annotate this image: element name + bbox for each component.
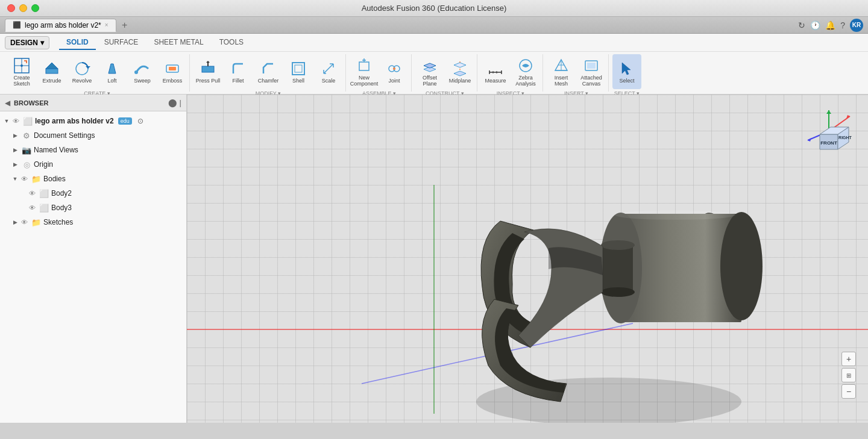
gear-icon: ⚙ — [21, 131, 32, 140]
svg-rect-15 — [292, 63, 304, 75]
eye-icon[interactable]: 👁 — [13, 117, 19, 125]
close-button[interactable] — [7, 4, 15, 12]
bell-icon[interactable]: 🔔 — [825, 20, 835, 30]
create-sketch-button[interactable]: CreateSketch — [7, 54, 36, 89]
insert-mesh-button[interactable]: InsertMesh — [547, 54, 576, 89]
chevron-down-icon-2: ▼ — [11, 175, 19, 183]
scale-button[interactable]: Scale — [314, 54, 343, 89]
revolve-button[interactable]: Revolve — [68, 54, 96, 89]
expand-browser-icon[interactable]: | — [180, 98, 181, 107]
eye-icon-body2[interactable]: 👁 — [29, 190, 36, 197]
zoom-fit-button[interactable]: ⊞ — [841, 368, 856, 382]
attached-canvas-button[interactable]: AttachedCanvas — [577, 54, 606, 89]
toolbar: DESIGN ▾ SOLID SURFACE SHEET METAL TOOLS… — [0, 34, 868, 95]
tree-item-bodies[interactable]: ▼ 👁 📁 Bodies — [0, 172, 186, 186]
sync-icon[interactable]: ↻ — [798, 20, 805, 30]
eye-icon-bodies[interactable]: 👁 — [21, 175, 28, 182]
chamfer-button[interactable]: Chamfer — [254, 54, 283, 89]
eye-icon-sketches[interactable]: 👁 — [21, 219, 28, 226]
new-component-button[interactable]: NewComponent — [350, 54, 379, 89]
tree-item-sketches[interactable]: ▶ 👁 📁 Sketches — [0, 215, 186, 229]
active-tab[interactable]: ⬛ lego arm abs holder v2* × — [5, 19, 116, 32]
tab-solid[interactable]: SOLID — [59, 36, 96, 50]
minimize-button[interactable] — [19, 4, 27, 12]
shell-label: Shell — [292, 78, 304, 84]
svg-marker-7 — [86, 66, 90, 69]
svg-marker-27 — [454, 63, 466, 67]
browser-panel: ◀ BROWSER ⬤ | ▼ 👁 ⬜ lego arm abs holder … — [0, 95, 187, 423]
svg-text:FRONT: FRONT — [820, 140, 837, 146]
collapse-icon[interactable]: ◀ — [5, 99, 10, 107]
svg-rect-16 — [295, 65, 302, 72]
title-bar: Autodesk Fusion 360 (Education License) — [0, 0, 868, 17]
chevron-right-icon: ▶ — [11, 131, 19, 140]
help-icon[interactable]: ? — [840, 20, 845, 30]
root-label: lego arm abs holder v2 — [35, 117, 114, 125]
extrude-button[interactable]: Extrude — [37, 54, 66, 89]
svg-point-9 — [134, 70, 138, 74]
midplane-button[interactable]: Midplane — [445, 54, 474, 89]
shell-button[interactable]: Shell — [284, 54, 313, 89]
insert-mesh-label: InsertMesh — [555, 75, 568, 87]
browser-tree: ▼ 👁 ⬜ lego arm abs holder v2 edu ⊙ ▶ ⚙ D… — [0, 111, 186, 423]
eye-icon-body3[interactable]: 👁 — [29, 204, 36, 211]
create-sketch-label: CreateSketch — [13, 75, 30, 87]
zoom-out-button[interactable]: − — [841, 384, 856, 399]
select-button[interactable]: Select — [612, 54, 641, 89]
tree-item-origin[interactable]: ▶ ◎ Origin — [0, 157, 186, 172]
sweep-button[interactable]: Sweep — [128, 54, 157, 89]
tree-item-body3[interactable]: 👁 ⬜ Body3 — [0, 201, 186, 215]
new-tab-button[interactable]: + — [119, 19, 131, 31]
body2-label: Body2 — [51, 189, 72, 198]
extrude-label: Extrude — [42, 78, 61, 84]
design-label: DESIGN — [10, 39, 38, 47]
viewport[interactable]: FRONT RIGHT + ⊞ − — [187, 95, 868, 423]
measure-button[interactable]: Measure — [481, 54, 510, 89]
design-dropdown[interactable]: DESIGN ▾ — [5, 36, 49, 49]
browser-header: ◀ BROWSER ⬤ | — [0, 95, 186, 111]
svg-point-3 — [20, 64, 23, 67]
tab-tools[interactable]: TOOLS — [212, 36, 251, 50]
chevron-down-icon: ▼ — [2, 117, 11, 125]
svg-point-22 — [393, 67, 395, 70]
toolbar-top: DESIGN ▾ SOLID SURFACE SHEET METAL TOOLS — [0, 34, 868, 52]
zebra-button[interactable]: ZebraAnalysis — [511, 54, 540, 89]
view-controls: + ⊞ − — [841, 352, 856, 399]
svg-rect-17 — [359, 62, 369, 70]
emboss-button[interactable]: Emboss — [158, 54, 187, 89]
svg-marker-56 — [826, 110, 831, 114]
tree-item-body2[interactable]: 👁 ⬜ Body2 — [0, 186, 186, 201]
revolve-label: Revolve — [72, 78, 92, 84]
tab-sheet-metal[interactable]: SHEET METAL — [146, 36, 210, 50]
navigation-cube[interactable]: FRONT RIGHT — [802, 104, 856, 160]
svg-marker-8 — [108, 64, 116, 73]
offset-plane-button[interactable]: OffsetPlane — [415, 54, 444, 89]
attached-canvas-label: AttachedCanvas — [580, 75, 602, 87]
new-component-label: NewComponent — [350, 75, 379, 87]
toolbar-buttons: CreateSketch Extrude Revolve Loft — [0, 52, 868, 94]
press-pull-button[interactable]: Press Pull — [193, 54, 222, 89]
maximize-button[interactable] — [31, 4, 39, 12]
tree-item-doc-settings[interactable]: ▶ ⚙ Document Settings — [0, 128, 186, 143]
tree-item-root[interactable]: ▼ 👁 ⬜ lego arm abs holder v2 edu ⊙ — [0, 114, 186, 128]
zoom-in-button[interactable]: + — [841, 352, 856, 366]
svg-marker-40 — [622, 63, 631, 75]
fillet-button[interactable]: Fillet — [224, 54, 253, 89]
clock-icon[interactable]: 🕐 — [810, 20, 820, 30]
tree-item-named-views[interactable]: ▶ 📷 Named Views — [0, 143, 186, 157]
main-area: ◀ BROWSER ⬤ | ▼ 👁 ⬜ lego arm abs holder … — [0, 95, 868, 423]
svg-marker-24 — [424, 63, 436, 68]
settings-link-icon[interactable]: ⊙ — [137, 117, 143, 125]
joint-button[interactable]: Joint — [380, 54, 409, 89]
chevron-right-icon-4: ▶ — [11, 218, 19, 226]
tab-surface[interactable]: SURFACE — [97, 36, 146, 50]
chevron-right-icon-2: ▶ — [11, 146, 19, 154]
tab-right-icons: ↻ 🕐 🔔 ? KR — [798, 19, 863, 32]
tab-close-button[interactable]: × — [105, 22, 108, 28]
user-avatar[interactable]: KR — [850, 19, 863, 32]
search-browser-icon[interactable]: ⬤ — [168, 98, 177, 107]
loft-button[interactable]: Loft — [98, 54, 127, 89]
svg-text:RIGHT: RIGHT — [838, 135, 852, 140]
body3-label: Body3 — [51, 204, 72, 212]
sketches-label: Sketches — [43, 218, 73, 226]
